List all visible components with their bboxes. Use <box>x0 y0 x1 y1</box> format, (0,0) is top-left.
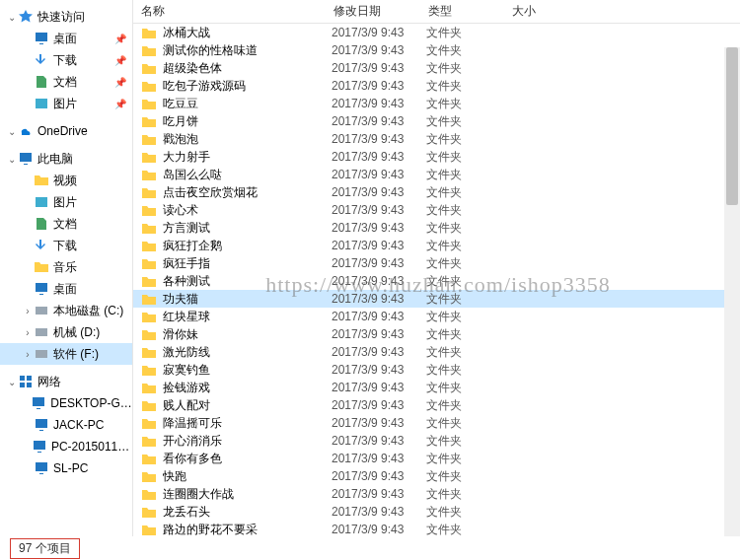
folder-icon <box>141 43 157 57</box>
file-row[interactable]: 降温摇可乐2017/3/9 9:43文件夹 <box>133 414 740 432</box>
file-type: 文件夹 <box>426 326 510 343</box>
file-row[interactable]: 测试你的性格味道2017/3/9 9:43文件夹 <box>133 41 740 59</box>
column-type[interactable]: 类型 <box>420 3 504 20</box>
file-row[interactable]: 冰桶大战2017/3/9 9:43文件夹 <box>133 24 740 41</box>
file-row[interactable]: 贱人配对2017/3/9 9:43文件夹 <box>133 396 740 414</box>
file-row[interactable]: 快跑2017/3/9 9:43文件夹 <box>133 467 740 485</box>
file-date: 2017/3/9 9:43 <box>332 221 426 235</box>
file-type: 文件夹 <box>426 486 510 503</box>
file-row[interactable]: 大力射手2017/3/9 9:43文件夹 <box>133 148 740 166</box>
column-size[interactable]: 大小 <box>504 3 740 20</box>
tree-item[interactable]: 图片 <box>0 191 132 213</box>
chevron-icon[interactable]: › <box>22 349 34 360</box>
file-row[interactable]: 读心术2017/3/9 9:43文件夹 <box>133 201 740 219</box>
folder-icon <box>141 132 157 146</box>
file-list[interactable]: 冰桶大战2017/3/9 9:43文件夹测试你的性格味道2017/3/9 9:4… <box>133 24 740 536</box>
scrollbar-thumb[interactable] <box>726 47 738 205</box>
tree-group[interactable]: ⌄此电脑 <box>0 148 132 170</box>
monitor-icon <box>34 31 49 46</box>
tree-item[interactable]: ›软件 (F:) <box>0 343 132 365</box>
file-name: 冰桶大战 <box>163 25 332 41</box>
folder-icon <box>141 203 157 217</box>
file-name: 功夫猫 <box>163 291 332 308</box>
cloud-icon <box>18 123 34 139</box>
tree-item[interactable]: JACK-PC <box>0 414 132 436</box>
tree-label: 桌面 <box>53 281 77 298</box>
chevron-down-icon[interactable]: ⌄ <box>6 154 18 165</box>
tree-item[interactable]: SL-PC <box>0 457 132 479</box>
chevron-icon[interactable]: › <box>22 306 34 316</box>
file-row[interactable]: 捡钱游戏2017/3/9 9:43文件夹 <box>133 379 740 396</box>
folder-icon <box>141 239 157 252</box>
chevron-down-icon[interactable]: ⌄ <box>6 12 18 23</box>
file-date: 2017/3/9 9:43 <box>332 523 426 536</box>
file-row[interactable]: 看你有多色2017/3/9 9:43文件夹 <box>133 450 740 467</box>
file-row[interactable]: 吃豆豆2017/3/9 9:43文件夹 <box>133 95 740 112</box>
file-name: 快跑 <box>163 468 332 485</box>
file-row[interactable]: 开心消消乐2017/3/9 9:43文件夹 <box>133 432 740 450</box>
folder-icon <box>141 61 157 75</box>
tree-group[interactable]: ⌄快速访问 <box>0 6 132 28</box>
column-name[interactable]: 名称 <box>133 3 326 20</box>
file-row[interactable]: 吃包子游戏源码2017/3/9 9:43文件夹 <box>133 77 740 95</box>
tree-item[interactable]: 下载 <box>0 235 132 256</box>
file-date: 2017/3/9 9:43 <box>332 505 426 519</box>
file-type: 文件夹 <box>426 522 510 537</box>
file-row[interactable]: 点击夜空欣赏烟花2017/3/9 9:43文件夹 <box>133 183 740 201</box>
file-date: 2017/3/9 9:43 <box>332 26 426 39</box>
chevron-down-icon[interactable]: ⌄ <box>6 377 18 387</box>
file-row[interactable]: 功夫猫2017/3/9 9:43文件夹 <box>133 290 740 308</box>
file-row[interactable]: 超级染色体2017/3/9 9:43文件夹 <box>133 59 740 77</box>
file-type: 文件夹 <box>426 397 510 414</box>
file-date: 2017/3/9 9:43 <box>332 256 426 270</box>
navigation-sidebar[interactable]: ⌄快速访问桌面📌下载📌文档📌图片📌⌄OneDrive⌄此电脑视频图片文档下载音乐… <box>0 0 133 536</box>
tree-item[interactable]: ›本地磁盘 (C:) <box>0 300 132 321</box>
file-row[interactable]: 疯狂手指2017/3/9 9:43文件夹 <box>133 254 740 272</box>
tree-label: 此电脑 <box>37 151 73 168</box>
file-row[interactable]: 寂寞钓鱼2017/3/9 9:43文件夹 <box>133 361 740 379</box>
tree-item[interactable]: 文档📌 <box>0 71 132 93</box>
file-row[interactable]: 激光防线2017/3/9 9:43文件夹 <box>133 343 740 361</box>
tree-item[interactable]: 桌面📌 <box>0 28 132 49</box>
tree-item[interactable]: ›机械 (D:) <box>0 321 132 343</box>
tree-item[interactable]: 桌面 <box>0 278 132 300</box>
tree-item[interactable]: 图片📌 <box>0 93 132 114</box>
tree-item[interactable]: 文档 <box>0 213 132 235</box>
column-date[interactable]: 修改日期 <box>326 3 420 20</box>
scrollbar[interactable] <box>724 47 740 536</box>
tree-item[interactable]: PC-20150117VUD <box>0 436 132 457</box>
chevron-down-icon[interactable]: ⌄ <box>6 126 18 137</box>
tree-item[interactable]: 音乐 <box>0 256 132 278</box>
tree-group[interactable]: ⌄OneDrive <box>0 120 132 142</box>
file-name: 开心消消乐 <box>163 433 332 450</box>
file-name: 超级染色体 <box>163 60 332 77</box>
file-row[interactable]: 滑你妹2017/3/9 9:43文件夹 <box>133 325 740 343</box>
tree-label: 文档 <box>53 216 77 233</box>
file-date: 2017/3/9 9:43 <box>332 97 426 110</box>
file-row[interactable]: 疯狂打企鹅2017/3/9 9:43文件夹 <box>133 237 740 254</box>
chevron-icon[interactable]: › <box>22 327 34 338</box>
tree-item[interactable]: DESKTOP-GL10RP <box>0 392 132 414</box>
pin-icon: 📌 <box>114 77 126 88</box>
folder-icon <box>141 416 157 430</box>
file-row[interactable]: 红块星球2017/3/9 9:43文件夹 <box>133 308 740 325</box>
file-date: 2017/3/9 9:43 <box>332 79 426 93</box>
file-date: 2017/3/9 9:43 <box>332 452 426 465</box>
file-row[interactable]: 方言测试2017/3/9 9:43文件夹 <box>133 219 740 237</box>
file-row[interactable]: 龙丢石头2017/3/9 9:43文件夹 <box>133 503 740 521</box>
dl-icon <box>34 238 49 253</box>
tree-group[interactable]: ⌄网络 <box>0 371 132 392</box>
file-row[interactable]: 路边的野花不要采2017/3/9 9:43文件夹 <box>133 521 740 536</box>
tree-item[interactable]: 视频 <box>0 170 132 191</box>
file-row[interactable]: 连圈圈大作战2017/3/9 9:43文件夹 <box>133 485 740 503</box>
tree-item[interactable]: 下载📌 <box>0 49 132 71</box>
file-row[interactable]: 岛国么么哒2017/3/9 9:43文件夹 <box>133 166 740 183</box>
tree-label: 下载 <box>53 52 77 69</box>
file-row[interactable]: 吃月饼2017/3/9 9:43文件夹 <box>133 112 740 130</box>
folder-icon <box>141 292 157 306</box>
folder-icon <box>141 398 157 412</box>
file-row[interactable]: 各种测试2017/3/9 9:43文件夹 <box>133 272 740 290</box>
tree-label: 视频 <box>53 173 77 189</box>
file-type: 文件夹 <box>426 362 510 379</box>
file-row[interactable]: 戳泡泡2017/3/9 9:43文件夹 <box>133 130 740 148</box>
